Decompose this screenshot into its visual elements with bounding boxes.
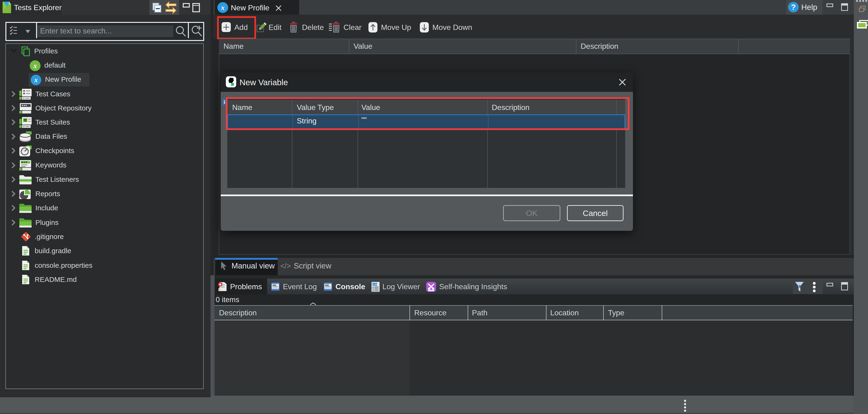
svg-text:x: x: [34, 76, 38, 83]
svg-text:x: x: [33, 62, 37, 69]
